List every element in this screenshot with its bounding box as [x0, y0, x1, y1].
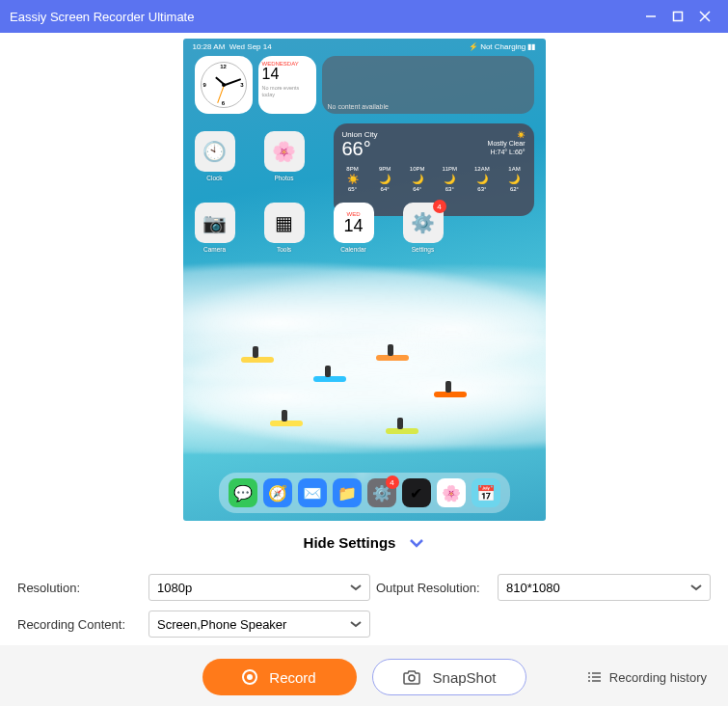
output-resolution-select[interactable]: 810*1080 [498, 574, 711, 601]
resolution-select[interactable]: 1080p [148, 574, 370, 601]
bottom-bar: Record SnapShot Recording history [0, 645, 728, 706]
camera-icon [402, 669, 421, 685]
svg-point-4 [409, 675, 415, 681]
recording-history-label: Recording history [609, 670, 707, 685]
dock-settings[interactable]: ⚙️4 [367, 478, 396, 507]
app-tools[interactable]: ▦Tools [264, 203, 305, 253]
output-resolution-label: Output Resolution: [376, 581, 492, 595]
close-button[interactable] [691, 3, 718, 30]
dock-photos[interactable]: 🌸 [437, 478, 466, 507]
dock-files[interactable]: 📁 [333, 478, 362, 507]
app-photos[interactable]: 🌸Photos [264, 131, 305, 181]
snapshot-button[interactable]: SnapShot [372, 659, 526, 695]
hide-settings-label: Hide Settings [304, 534, 396, 551]
app-title: Eassiy Screen Recorder Ultimate [10, 10, 637, 24]
dock-mail[interactable]: ✉️ [298, 478, 327, 507]
dock-calendar[interactable]: 📅 [472, 478, 500, 507]
record-icon [242, 669, 257, 685]
apps-row-1: 🕙Clock🌸Photos [195, 131, 305, 181]
calendar-widget: WEDNESDAY 14 No more events today [258, 56, 316, 114]
list-icon [586, 670, 602, 684]
weather-hours: 8PM☀️65°9PM🌙64°10PM🌙64°11PM🌙63°12AM🌙63°1… [342, 166, 526, 192]
record-label: Record [269, 669, 315, 686]
recording-history-link[interactable]: Recording history [586, 670, 707, 685]
svg-rect-1 [674, 13, 683, 21]
recording-content-label: Recording Content: [17, 617, 143, 632]
record-button[interactable]: Record [202, 659, 357, 695]
app-camera[interactable]: 📷Camera [195, 203, 235, 253]
snapshot-label: SnapShot [433, 669, 497, 686]
device-preview: 10:28 AM Wed Sep 14 ⚡ Not Charging ▮▮ 12… [183, 39, 546, 521]
preview-area: 10:28 AM Wed Sep 14 ⚡ Not Charging ▮▮ 12… [0, 33, 728, 521]
dock-safari[interactable]: 🧭 [263, 478, 292, 507]
dock-reminders[interactable]: ✔ [402, 478, 431, 507]
app-settings[interactable]: ⚙️4Settings [403, 203, 444, 253]
hide-settings-toggle[interactable]: Hide Settings [0, 521, 728, 564]
minimize-button[interactable] [637, 3, 664, 30]
app-calendar[interactable]: WED14Calendar [334, 203, 374, 253]
app-clock[interactable]: 🕙Clock [195, 131, 235, 181]
status-battery: ⚡ Not Charging ▮▮ [469, 42, 536, 51]
dock: 💬🧭✉️📁⚙️4✔🌸📅 [219, 473, 510, 513]
blank-widget: No content available [322, 56, 534, 114]
dock-messages[interactable]: 💬 [229, 478, 257, 507]
maximize-button[interactable] [664, 3, 691, 30]
clock-widget: 12369 [195, 56, 253, 114]
settings-panel: Resolution: 1080p Output Resolution: 810… [0, 564, 728, 645]
recording-content-select[interactable]: Screen,Phone Speaker [148, 611, 370, 638]
status-time: 10:28 AM Wed Sep 14 [193, 42, 272, 51]
titlebar: Eassiy Screen Recorder Ultimate [0, 0, 728, 33]
resolution-label: Resolution: [17, 581, 143, 595]
chevron-down-icon [409, 538, 424, 548]
apps-row-2: 📷Camera▦ToolsWED14Calendar⚙️4Settings [195, 203, 444, 253]
widgets-row: 12369 WEDNESDAY 14 No more events today … [195, 56, 534, 114]
device-statusbar: 10:28 AM Wed Sep 14 ⚡ Not Charging ▮▮ [193, 42, 536, 51]
